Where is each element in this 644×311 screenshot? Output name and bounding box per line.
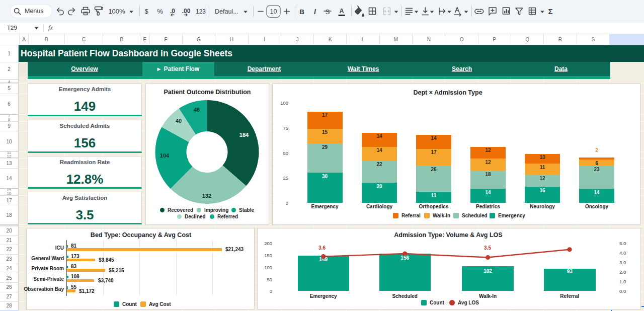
svg-text:123: 123 bbox=[196, 8, 206, 15]
svg-text:184: 184 bbox=[239, 132, 249, 138]
svg-text:100%: 100% bbox=[108, 8, 125, 15]
svg-text:S: S bbox=[326, 8, 330, 16]
svg-text:$: $ bbox=[144, 8, 148, 15]
svg-text:B: B bbox=[299, 8, 304, 16]
svg-text:3.6: 3.6 bbox=[318, 245, 326, 251]
svg-text:132: 132 bbox=[202, 193, 211, 199]
svg-text:Defaul...: Defaul... bbox=[215, 8, 238, 15]
svg-text:Σ: Σ bbox=[548, 7, 552, 16]
svg-text:A: A bbox=[339, 8, 344, 15]
svg-text:40: 40 bbox=[176, 118, 182, 124]
svg-text:.0: .0 bbox=[170, 8, 175, 15]
svg-text:10: 10 bbox=[270, 8, 277, 15]
svg-text:46: 46 bbox=[194, 107, 200, 113]
svg-text:%: % bbox=[157, 8, 163, 15]
svg-text:I: I bbox=[314, 8, 316, 16]
svg-text:3.5: 3.5 bbox=[484, 245, 491, 251]
svg-text:104: 104 bbox=[160, 152, 170, 159]
